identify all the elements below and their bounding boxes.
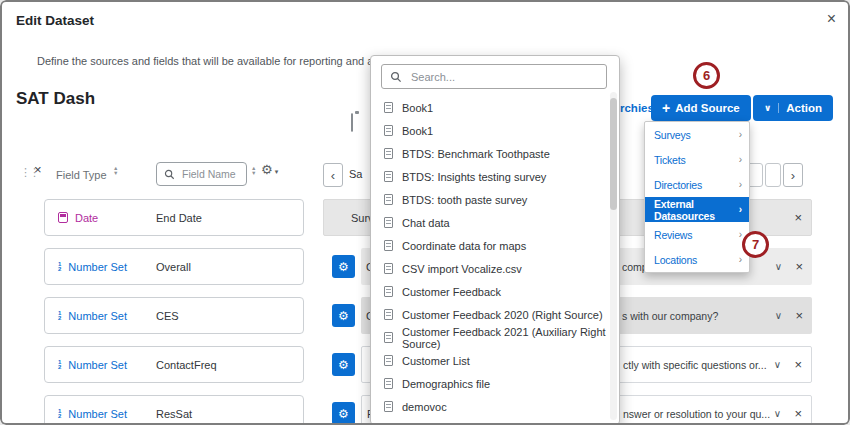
field-row[interactable]: 12 Number Set ResSat	[44, 395, 304, 425]
add-source-label: Add Source	[675, 102, 740, 114]
field-name-label: Overall	[156, 261, 191, 273]
document-icon	[384, 263, 393, 274]
next-column-button[interactable]: ›	[783, 163, 803, 187]
document-icon	[384, 378, 393, 389]
field-type-label: Date	[75, 212, 98, 224]
question-text: ctly with specific questions or...	[623, 359, 767, 371]
remove-icon[interactable]: ×	[795, 259, 803, 274]
document-icon	[384, 217, 393, 228]
field-name-label: CES	[156, 310, 179, 322]
source-search[interactable]	[381, 64, 607, 89]
field-settings-menu-button[interactable]: ⚙ ▾	[261, 163, 278, 176]
list-item[interactable]: Customer List	[371, 349, 609, 372]
document-icon	[384, 240, 393, 251]
plus-icon: +	[662, 101, 670, 115]
menu-item-reviews[interactable]: Reviews ›	[645, 222, 749, 247]
chevron-down-icon[interactable]: ∨	[775, 261, 782, 272]
menu-item-directories[interactable]: Directories ›	[645, 172, 749, 197]
action-button[interactable]: ∨ Action	[753, 95, 833, 121]
field-type-column-label: Field Type	[56, 169, 107, 181]
field-name-label: ResSat	[156, 408, 192, 420]
menu-item-surveys[interactable]: Surveys ›	[645, 122, 749, 147]
document-icon	[384, 125, 393, 136]
list-item[interactable]: Customer Feedback	[371, 280, 609, 303]
date-icon	[58, 212, 68, 223]
document-icon	[384, 102, 393, 113]
menu-item-external-datasources[interactable]: External Datasources ›	[645, 197, 749, 222]
dataset-name: SAT Dash	[16, 89, 95, 109]
remove-icon[interactable]: ×	[794, 357, 802, 372]
field-settings-button[interactable]: ⚙	[332, 304, 355, 327]
number-set-icon: 12	[58, 409, 61, 419]
remove-icon[interactable]: ×	[34, 162, 42, 177]
document-icon	[384, 355, 393, 366]
field-settings-button[interactable]: ⚙	[332, 353, 355, 376]
field-row[interactable]: 12 Number Set CES	[44, 297, 304, 334]
list-item[interactable]: Coordinate data for maps	[371, 234, 609, 257]
annotation-step-7: 7	[742, 231, 769, 258]
annotation-step-6: 6	[693, 62, 720, 89]
field-type-label: Number Set	[68, 261, 127, 273]
field-settings-button[interactable]: ⚙	[332, 255, 355, 278]
menu-item-locations[interactable]: Locations ›	[645, 247, 749, 272]
chevron-down-icon: ∨	[764, 103, 779, 113]
list-item[interactable]: Customer Feedback 2020 (Right Source)	[371, 303, 609, 326]
remove-icon[interactable]: ×	[794, 406, 802, 421]
list-item[interactable]: Book1	[371, 96, 609, 119]
chevron-right-icon: ›	[739, 229, 742, 240]
list-item[interactable]	[371, 418, 609, 425]
field-settings-button[interactable]: ⚙	[332, 402, 355, 425]
remove-icon[interactable]: ×	[795, 308, 803, 323]
field-row[interactable]: 12 Number Set ContactFreq	[44, 346, 304, 383]
field-name-input[interactable]	[180, 167, 239, 181]
field-name-label: ContactFreq	[156, 359, 217, 371]
field-name-label: End Date	[156, 212, 202, 224]
scrollbar-thumb[interactable]	[610, 98, 617, 210]
field-type-label: Number Set	[68, 359, 127, 371]
sort-icon[interactable]: ▲ ▼	[113, 166, 118, 175]
dialog-description: Define the sources and fields that will …	[37, 55, 419, 67]
chevron-right-icon: ›	[739, 154, 742, 165]
field-row[interactable]: 12 Number Set Overall	[44, 248, 304, 285]
list-item[interactable]: BTDS: tooth paste survey	[371, 188, 609, 211]
edit-dataset-dialog: Edit Dataset × Define the sources and fi…	[0, 0, 850, 425]
remove-icon[interactable]: ×	[794, 210, 802, 225]
field-name-search[interactable]	[156, 162, 247, 186]
list-item[interactable]: Demographics file	[371, 372, 609, 395]
chevron-right-icon: ›	[739, 129, 742, 140]
hierarchies-button[interactable]: rchies	[620, 102, 654, 114]
chevron-down-icon[interactable]: ∨	[774, 408, 781, 419]
number-set-icon: 12	[58, 360, 61, 370]
list-item[interactable]: Customer Feedback 2021 (Auxiliary Right …	[371, 326, 609, 349]
chevron-down-icon[interactable]: ∨	[775, 310, 782, 321]
survey-icon	[351, 113, 353, 132]
gear-icon: ⚙	[261, 163, 273, 176]
list-item[interactable]: Chat data	[371, 211, 609, 234]
prev-column-button[interactable]: ‹	[323, 163, 343, 187]
pagination-box[interactable]	[765, 163, 781, 187]
field-type-label: Number Set	[68, 408, 127, 420]
list-item[interactable]: CSV import Vocalize.csv	[371, 257, 609, 280]
field-type-label: Number Set	[68, 310, 127, 322]
search-icon	[390, 71, 402, 83]
number-set-icon: 12	[58, 262, 61, 272]
chevron-down-icon[interactable]: ∨	[774, 359, 781, 370]
add-source-button[interactable]: + Add Source	[651, 95, 751, 121]
sort-icon[interactable]: ▲ ▼	[251, 166, 256, 175]
chevron-right-icon: ›	[739, 254, 742, 265]
list-item[interactable]: demovoc	[371, 395, 609, 418]
document-icon	[384, 332, 393, 343]
document-icon	[384, 309, 393, 320]
list-item[interactable]: BTDS: Insights testing survey	[371, 165, 609, 188]
source-search-input[interactable]	[409, 70, 598, 84]
list-item[interactable]: Book1	[371, 119, 609, 142]
close-icon[interactable]: ×	[827, 11, 836, 27]
chevron-right-icon: ›	[739, 204, 742, 215]
list-item[interactable]: BTDS: Benchmark Toothpaste	[371, 142, 609, 165]
gear-icon: ⚙	[338, 359, 349, 371]
menu-item-tickets[interactable]: Tickets ›	[645, 147, 749, 172]
source-picker-dropdown: Book1 Book1 BTDS: Benchmark Toothpaste B…	[370, 55, 620, 425]
add-source-menu: Surveys › Tickets › Directories › Extern…	[644, 121, 750, 273]
field-row[interactable]: Date End Date	[44, 199, 304, 236]
number-set-icon: 12	[58, 311, 61, 321]
